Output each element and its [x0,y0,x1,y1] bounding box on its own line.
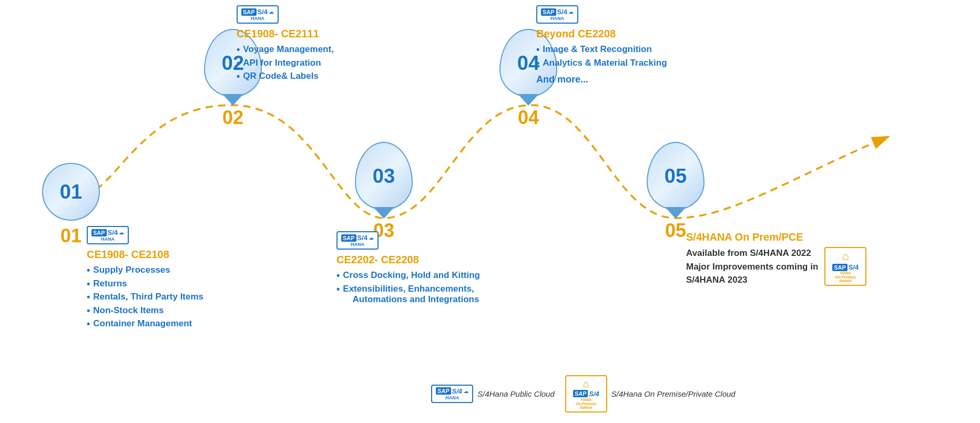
block05-line3: S/4HANA 2023 [686,275,748,285]
hana-row-02: HANA [251,16,264,21]
sap-cloud-logo-04: SAP S/4 ☁ HANA [536,5,578,24]
cloud-sym-04: ☁ [568,9,574,15]
content-list-02: Voyage Management, API for Integration Q… [237,43,334,84]
droplet-03: 03 [352,142,415,215]
sap-onprem-logo-05: ⌂ SAP S/4 HANAOn-PremiseEdition [824,247,866,286]
list-item-01-5: Container Management [87,317,203,331]
content-title-01: CE1908- CE2108 [87,249,203,261]
list-item-02-3: QR Code& Labels [237,70,334,84]
cloud-sym-03: ☁ [369,235,374,241]
droplet-02-number: 02 [222,52,244,75]
block05-line2: Major Improvements coming in [686,262,818,272]
content-title-05: S/4HANA On Prem/PCE [686,231,818,243]
sap-text-03: SAP [341,234,356,242]
sap-part-05: SAP [832,264,848,271]
content-list-04: Image & Text Recognition Analytics & Mat… [536,43,667,70]
hana-row-01: HANA [101,236,115,242]
list-item-03-2: Extensibilities, Enhancements, Automatio… [336,283,480,306]
list-item-01-4: Non-Stock Items [87,304,203,318]
circle-01-number: 01 [60,181,82,203]
onprem-big-logo-05: ⌂ SAP S/4 HANAOn-PremiseEdition [824,247,866,286]
s4h-text-01: S/4 [108,229,118,236]
list-item-04-2: Analytics & Material Tracking [536,57,667,70]
droplet-04-number: 04 [517,52,539,75]
footer-cloud-label: S/4Hana Public Cloud [477,389,555,398]
content-title-02: CE1908- CE2111 [237,28,334,40]
footer-sap-text: SAP [436,387,451,395]
content-block-01: SAP S/4 ☁ HANA CE1908- CE2108 Supply Pro… [87,226,203,331]
sap-cloud-logo-02: SAP S/4 ☁ HANA [237,5,279,24]
droplet-05-number: 05 [665,165,687,188]
cloud-sym-02: ☁ [269,9,274,15]
and-more-04: And more... [536,74,667,85]
content-title-04: Beyond CE2208 [536,28,667,40]
node-03: 03 03 [352,142,415,242]
block05-line1: Available from S/4HANA 2022 [686,248,811,258]
s4h-part-05: S/4 [849,263,859,271]
node-05-label: 05 [665,220,686,242]
content-block-03: SAP S/4 ☁ HANA CE2202- CE2208 Cross Dock… [336,231,480,306]
footer-s4h-text: S/4 [452,387,463,395]
node-05: 05 05 [644,142,707,242]
list-item-04-1: Image & Text Recognition [536,43,667,57]
footer-edition-text: HANAOn-PremiseEdition [576,398,596,410]
main-container: 01 01 02 02 03 03 04 04 05 05 [0,0,980,423]
droplet-05: 05 [644,142,707,215]
sap-text-01: SAP [91,229,107,236]
content-title-03: CE2202- CE2208 [336,254,480,266]
sap-text-02: SAP [241,8,257,16]
sap-cloud-logo-01: SAP S/4 ☁ HANA [87,226,129,244]
s4h-text-04: S/4 [557,8,568,16]
sap-logo-03: SAP S/4 ☁ HANA [336,231,480,250]
footer-onprem-logo: ⌂ SAP S/4 HANAOn-PremiseEdition [565,375,607,412]
footer-onprem-s4h: S/4 [589,390,599,398]
node-04-label: 04 [518,107,539,129]
footer-cloud-logo: SAP S/4 ☁ HANA [431,385,473,403]
footer-onprem-item: ⌂ SAP S/4 HANAOn-PremiseEdition S/4Hana … [565,375,736,412]
hana-row-04: HANA [550,16,564,21]
node-01-label: 01 [60,225,81,247]
sap-logo-04: SAP S/4 ☁ HANA [536,5,667,24]
list-item-01-3: Rentals, Third Party Items [87,291,203,304]
sap-cloud-logo-03: SAP S/4 ☁ HANA [336,231,379,250]
timeline-path [0,0,980,423]
footer-hana-row: HANA [445,395,459,400]
list-item-02-1: Voyage Management, [237,43,334,57]
edition-text-05: HANAOn-PremiseEdition [835,271,856,283]
sap-logo-02: SAP S/4 ☁ HANA [237,5,334,24]
footer-cloud-sym: ☁ [463,388,468,394]
footer-cloud-item: SAP S/4 ☁ HANA S/4Hana Public Cloud [431,385,555,403]
list-item-03-1: Cross Docking, Hold and Kitting [336,269,480,283]
footer-onprem-sap: SAP [573,390,588,397]
house-icon-05: ⌂ [842,250,849,263]
footer-house-icon: ⌂ [583,378,589,390]
content-list-03: Cross Docking, Hold and Kitting Extensib… [336,269,480,306]
sap-logo-01: SAP S/4 ☁ HANA [87,226,203,244]
cloud-sym-01: ☁ [119,230,124,235]
footer: SAP S/4 ☁ HANA S/4Hana Public Cloud ⌂ SA… [431,375,736,412]
content-block-05: S/4HANA On Prem/PCE Available from S/4HA… [686,231,866,287]
footer-onprem-label: S/4Hana On Premise/Private Cloud [611,389,736,398]
hana-row-03: HANA [351,242,364,247]
content-block-02: SAP S/4 ☁ HANA CE1908- CE2111 Voyage Man… [237,5,334,84]
block05-text: S/4HANA On Prem/PCE Available from S/4HA… [686,231,818,287]
circle-01: 01 [42,163,100,221]
list-item-01-1: Supply Processes [87,264,203,277]
list-item-02-2: API for Integration [237,57,334,70]
node-02-label: 02 [222,107,243,129]
s4h-text-03: S/4 [358,234,368,242]
content-list-01: Supply Processes Returns Rentals, Third … [87,264,203,331]
block05-lines: Available from S/4HANA 2022 Major Improv… [686,246,818,287]
sap-text-04: SAP [541,8,556,16]
s4h-text-02: S/4 [258,8,268,16]
droplet-03-number: 03 [373,165,395,188]
list-item-01-2: Returns [87,277,203,291]
content-block-04: SAP S/4 ☁ HANA Beyond CE2208 Image & Tex… [536,5,667,85]
